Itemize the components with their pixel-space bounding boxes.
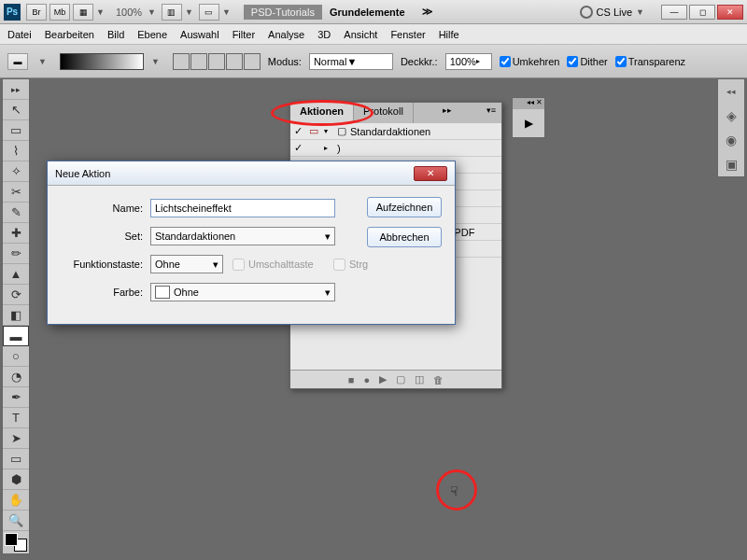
type-tool[interactable]: T: [3, 408, 29, 428]
screen-mode-button[interactable]: ▭: [199, 4, 219, 21]
3d-tool[interactable]: ⬢: [3, 469, 29, 490]
stop-button-icon[interactable]: ■: [348, 374, 355, 385]
play-icon[interactable]: ▶: [513, 109, 544, 137]
chevron-down-icon[interactable]: ▼: [222, 7, 231, 17]
new-folder-icon[interactable]: ▢: [396, 373, 405, 385]
workspace-label[interactable]: PSD-Tutorials: [244, 5, 322, 20]
blur-tool[interactable]: ○: [3, 346, 29, 367]
dither-checkbox[interactable]: Dither: [567, 56, 607, 67]
radial-gradient-button[interactable]: [190, 53, 207, 70]
tools-panel: ▸▸ ↖ ▭ ⌇ ✧ ✂ ✎ ✚ ✏ ▲ ⟳ ◧ ▬ ○ ◔ ✒ T ➤ ▭ ⬢…: [2, 78, 30, 554]
set-label: Set:: [59, 231, 150, 242]
color-select[interactable]: Ohne▾: [150, 283, 335, 301]
chevron-down-icon[interactable]: ▼: [151, 57, 160, 66]
marquee-tool[interactable]: ▭: [3, 120, 29, 141]
eraser-tool[interactable]: ◧: [3, 305, 29, 326]
paths-icon[interactable]: ▣: [718, 152, 744, 176]
zoom-tool[interactable]: 🔍: [3, 511, 29, 531]
maximize-button[interactable]: ◻: [689, 5, 715, 20]
menu-datei[interactable]: Datei: [7, 29, 32, 40]
dodge-tool[interactable]: ◔: [3, 367, 29, 387]
document-name: Grundelemente: [322, 5, 413, 20]
set-select[interactable]: Standardaktionen▾: [150, 227, 335, 245]
dialog-close-button[interactable]: ✕: [414, 166, 447, 181]
linear-gradient-button[interactable]: [173, 53, 190, 70]
reflected-gradient-button[interactable]: [226, 53, 243, 70]
brush-tool[interactable]: ✏: [3, 244, 29, 264]
menu-3d[interactable]: 3D: [317, 29, 331, 40]
gradient-tool[interactable]: ▬: [3, 326, 29, 346]
reverse-checkbox[interactable]: Umkehren: [500, 56, 560, 67]
menu-bild[interactable]: Bild: [107, 29, 124, 40]
shape-tool[interactable]: ▭: [3, 449, 29, 469]
action-name-input[interactable]: [150, 199, 335, 217]
dialog-title: Neue Aktion: [55, 168, 110, 179]
menu-analyse[interactable]: Analyse: [268, 29, 304, 40]
chevron-down-icon[interactable]: ▼: [148, 7, 156, 17]
menu-fenster[interactable]: Fenster: [390, 29, 425, 40]
move-tool[interactable]: ↖: [3, 100, 29, 120]
bridge-button[interactable]: Br: [26, 4, 47, 21]
menu-ansicht[interactable]: Ansicht: [344, 29, 377, 40]
gradient-tool-icon[interactable]: ▬: [7, 53, 28, 70]
healing-brush-tool[interactable]: ✚: [3, 223, 29, 244]
gradient-type-buttons: [173, 53, 261, 70]
transparency-checkbox[interactable]: Transparenz: [615, 56, 685, 67]
expand-arrow-icon[interactable]: ◂◂: [718, 79, 744, 104]
chevron-down-icon[interactable]: ▼: [38, 57, 47, 66]
play-button-icon[interactable]: ▶: [379, 373, 387, 385]
menu-auswahl[interactable]: Auswahl: [180, 29, 219, 40]
mini-panel-header[interactable]: ◂◂ ✕: [513, 98, 544, 109]
panel-expand-icon[interactable]: ▸▸: [437, 103, 458, 123]
pen-tool[interactable]: ✒: [3, 387, 29, 408]
gradient-preview[interactable]: [60, 53, 144, 70]
menu-ebene[interactable]: Ebene: [137, 29, 167, 40]
diamond-gradient-button[interactable]: [244, 53, 261, 70]
name-label: Name:: [59, 203, 150, 214]
record-button[interactable]: Aufzeichnen: [367, 197, 442, 217]
circle-icon: [580, 6, 593, 19]
layers-icon[interactable]: ◈: [718, 104, 744, 128]
minimize-button[interactable]: —: [661, 5, 687, 20]
cancel-button[interactable]: Abbrechen: [367, 227, 442, 247]
opacity-field[interactable]: 100%▸: [445, 53, 492, 70]
lasso-tool[interactable]: ⌇: [3, 141, 29, 161]
trash-icon[interactable]: 🗑: [433, 374, 444, 385]
fkey-select[interactable]: Ohne▾: [150, 255, 223, 273]
record-button-icon[interactable]: ●: [364, 374, 371, 385]
menu-filter[interactable]: Filter: [233, 29, 255, 40]
menu-hilfe[interactable]: Hilfe: [439, 29, 459, 40]
color-swatch[interactable]: [5, 533, 27, 552]
minibridge-button[interactable]: Mb: [49, 4, 70, 21]
chevron-down-icon[interactable]: ▼: [185, 7, 193, 17]
menu-bearbeiten[interactable]: Bearbeiten: [45, 29, 94, 40]
new-action-icon[interactable]: ◫: [415, 373, 424, 385]
fkey-label: Funktionstaste:: [59, 259, 150, 270]
blend-mode-select[interactable]: Normal▼: [309, 53, 393, 70]
zoom-level[interactable]: 100%: [116, 7, 142, 18]
arrange-button[interactable]: ▥: [162, 4, 182, 21]
crop-tool[interactable]: ✂: [3, 182, 29, 203]
angle-gradient-button[interactable]: [208, 53, 225, 70]
hand-tool[interactable]: ✋: [3, 490, 29, 511]
tab-protokoll[interactable]: Protokoll: [354, 103, 414, 123]
chevron-down-icon[interactable]: ▼: [96, 7, 105, 17]
path-select-tool[interactable]: ➤: [3, 428, 29, 449]
channels-icon[interactable]: ◉: [718, 128, 744, 152]
list-item[interactable]: ✓▸): [290, 140, 501, 157]
shift-checkbox: Umschalttaste: [233, 259, 324, 271]
tab-aktionen[interactable]: Aktionen: [290, 103, 354, 123]
collapse-arrow-icon[interactable]: ▸▸: [3, 79, 29, 100]
view-extras-button[interactable]: ▦: [73, 4, 93, 21]
dialog-titlebar[interactable]: Neue Aktion ✕: [48, 161, 455, 186]
stamp-tool[interactable]: ▲: [3, 264, 29, 285]
close-button[interactable]: ✕: [717, 5, 743, 20]
cs-live-button[interactable]: CS Live ▼: [580, 6, 650, 19]
magic-wand-tool[interactable]: ✧: [3, 161, 29, 182]
action-folder[interactable]: ✓▭▾ ▢ Standardaktionen: [290, 123, 501, 140]
history-brush-tool[interactable]: ⟳: [3, 285, 29, 305]
actions-mini-panel[interactable]: ◂◂ ✕ ▶: [512, 97, 545, 138]
panel-menu-icon[interactable]: ▾≡: [481, 103, 501, 123]
eyedropper-tool[interactable]: ✎: [3, 203, 29, 223]
chevron-right-icon[interactable]: ≫: [422, 6, 433, 18]
